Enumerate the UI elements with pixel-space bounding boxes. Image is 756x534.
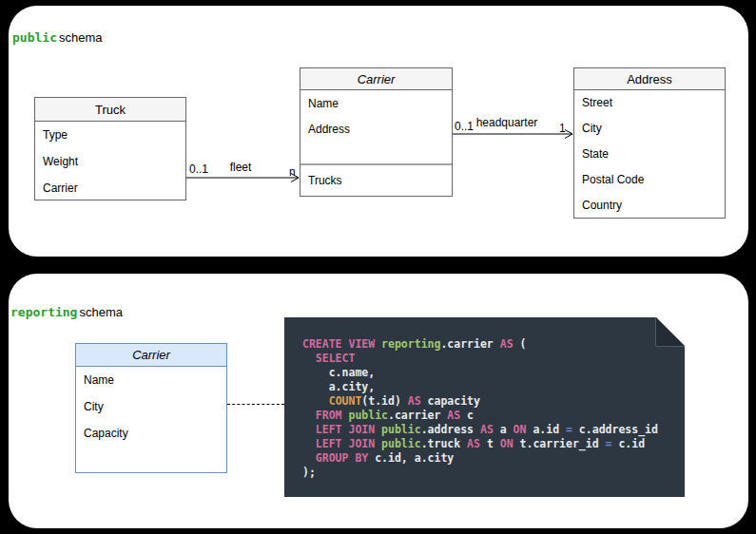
entity-group-divider bbox=[300, 163, 452, 165]
entity-row: City bbox=[574, 116, 725, 142]
entity-row: City bbox=[76, 393, 226, 420]
entity-address: Address Street City State Postal Code Co… bbox=[573, 67, 726, 219]
reporting-schema-suffix: schema bbox=[79, 305, 123, 319]
entity-spacer bbox=[300, 142, 452, 163]
sql-code-line: ); bbox=[302, 466, 658, 480]
sql-code-line: COUNT(t.id) AS capacity bbox=[302, 394, 658, 409]
sql-code-line: c.name, bbox=[302, 366, 658, 380]
sql-code-line: LEFT JOIN public.truck AS t ON t.carrier… bbox=[302, 437, 658, 451]
entity-row: Name bbox=[300, 90, 452, 116]
relation-label-headquarter: headquarter bbox=[475, 116, 538, 129]
relation-label-fleet: fleet bbox=[219, 161, 262, 174]
entity-carrier-reporting-title: Carrier bbox=[76, 344, 226, 367]
reporting-schema-name: reporting bbox=[10, 305, 77, 319]
public-schema-heading: publicschema bbox=[12, 30, 103, 45]
entity-row: State bbox=[574, 142, 725, 167]
sql-code-line: SELECT bbox=[302, 352, 658, 366]
entity-carrier-reporting: Carrier Name City Capacity bbox=[75, 343, 227, 473]
entity-row: Country bbox=[574, 192, 725, 218]
entity-row: Weight bbox=[35, 148, 185, 175]
sql-code-line: GROUP BY c.id, a.city bbox=[302, 451, 658, 466]
entity-carrier-public: Carrier Name Address Trucks bbox=[300, 67, 453, 197]
entity-truck-title: Truck bbox=[35, 98, 185, 122]
entity-carrier-reporting-body: Name City Capacity bbox=[76, 367, 226, 472]
cardinality-headquarter-source: 0..1 bbox=[455, 120, 474, 133]
public-schema-suffix: schema bbox=[59, 30, 103, 45]
cardinality-fleet-target: n bbox=[289, 165, 296, 179]
entity-truck-body: Type Weight Carrier bbox=[35, 122, 185, 201]
entity-address-body: Street City State Postal Code Country bbox=[574, 90, 725, 218]
cardinality-headquarter-target: 1 bbox=[559, 122, 566, 135]
dashed-connector bbox=[227, 404, 284, 405]
reporting-schema-heading: reportingschema bbox=[10, 305, 123, 319]
entity-carrier-public-title: Carrier bbox=[300, 68, 452, 90]
entity-row: Carrier bbox=[35, 175, 185, 201]
entity-row: Capacity bbox=[76, 420, 226, 447]
entity-address-title: Address bbox=[574, 68, 725, 90]
fold-edge bbox=[655, 346, 685, 347]
entity-row: Type bbox=[35, 122, 185, 148]
entity-row: Street bbox=[574, 90, 725, 116]
sql-code-line: LEFT JOIN public.address AS a ON a.id = … bbox=[302, 423, 658, 437]
public-schema-name: public bbox=[12, 30, 57, 45]
cardinality-fleet-source: 0..1 bbox=[189, 162, 208, 176]
entity-row: Trucks bbox=[300, 165, 452, 196]
sql-code-line: CREATE VIEW reporting.carrier AS ( bbox=[302, 337, 658, 352]
sql-code-line: a.city, bbox=[302, 380, 658, 394]
sql-code: CREATE VIEW reporting.carrier AS ( SELEC… bbox=[302, 337, 658, 480]
diagram-canvas: publicschema Truck Type Weight Carrier C… bbox=[0, 0, 756, 534]
entity-row: Postal Code bbox=[574, 166, 725, 192]
entity-carrier-public-body: Name Address Trucks bbox=[300, 90, 452, 196]
entity-spacer bbox=[76, 447, 226, 472]
sql-code-line: FROM public.carrier AS c bbox=[302, 409, 658, 423]
sql-view-note: CREATE VIEW reporting.carrier AS ( SELEC… bbox=[284, 317, 685, 497]
entity-row: Address bbox=[300, 116, 452, 142]
entity-truck: Truck Type Weight Carrier bbox=[34, 97, 186, 200]
entity-row: Name bbox=[76, 367, 226, 393]
